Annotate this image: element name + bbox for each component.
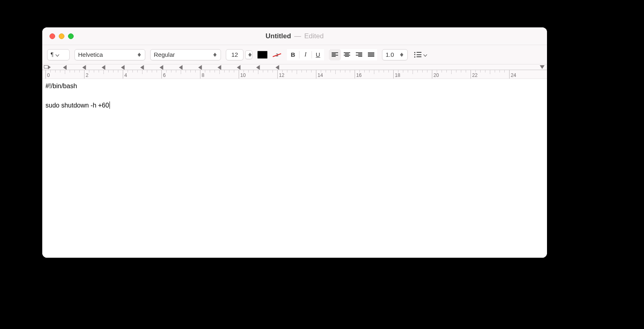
- stepper-icon: [399, 53, 404, 57]
- font-style-select[interactable]: Regular: [150, 49, 221, 60]
- font-family-value: Helvetica: [78, 51, 103, 58]
- list-style-menu[interactable]: [413, 49, 429, 60]
- ruler-minor-tick: [292, 70, 292, 72]
- align-center-button[interactable]: [341, 49, 353, 60]
- chevron-down-icon: [56, 51, 59, 58]
- font-size-stepper[interactable]: [245, 50, 252, 59]
- tab-stop-marker[interactable]: [237, 65, 241, 70]
- ruler-minor-tick: [466, 70, 466, 72]
- align-left-button[interactable]: [329, 49, 341, 60]
- document-line: sudo shutdown -h +60: [45, 101, 544, 110]
- document-title: Untitled: [266, 32, 291, 40]
- bold-button[interactable]: B: [287, 49, 299, 60]
- stepper-icon: [137, 53, 142, 57]
- tab-stop-marker[interactable]: [218, 65, 221, 70]
- textedit-window: Untitled — Edited ¶ Helvetica Regular: [42, 27, 547, 258]
- ruler-major-tick: [123, 70, 123, 79]
- ruler-minor-tick: [345, 70, 345, 72]
- ruler-major-tick: [355, 70, 355, 79]
- ruler-minor-tick: [403, 70, 403, 72]
- ruler-minor-tick: [152, 70, 152, 72]
- ruler-minor-tick: [94, 70, 94, 72]
- ruler-minor-tick: [350, 70, 350, 72]
- text-caret: [109, 101, 110, 109]
- document-editor[interactable]: #!/bin/bash sudo shutdown -h +60: [42, 79, 547, 258]
- underline-button[interactable]: U: [312, 49, 324, 60]
- ruler-minor-tick: [446, 70, 447, 72]
- font-family-select[interactable]: Helvetica: [74, 49, 145, 60]
- ruler-minor-tick: [461, 70, 461, 72]
- tab-stop-marker[interactable]: [276, 65, 279, 70]
- ruler-label: 4: [124, 72, 127, 78]
- alignment-segment: [329, 49, 377, 60]
- font-size-field[interactable]: 12: [226, 49, 244, 60]
- ruler-minor-tick: [166, 70, 167, 72]
- ruler-major-tick: [509, 70, 510, 79]
- font-size-value: 12: [231, 51, 238, 58]
- align-center-icon: [344, 52, 350, 57]
- ruler-label: 6: [163, 72, 166, 78]
- ruler-minor-tick: [297, 70, 297, 74]
- ruler-minor-tick: [258, 70, 258, 74]
- tab-stop-marker[interactable]: [198, 65, 202, 70]
- ruler-minor-tick: [475, 70, 476, 72]
- ruler-minor-tick: [451, 70, 452, 74]
- ruler-major-tick: [393, 70, 394, 79]
- traffic-lights: [50, 33, 74, 39]
- text-color-swatch[interactable]: [257, 51, 268, 59]
- font-style-value: Regular: [154, 51, 175, 58]
- tab-stop-marker[interactable]: [179, 65, 183, 70]
- ruler-minor-tick: [157, 70, 157, 72]
- align-right-button[interactable]: [353, 49, 365, 60]
- tab-stop-marker[interactable]: [160, 65, 163, 70]
- chevron-down-icon: [423, 51, 427, 58]
- ruler-minor-tick: [398, 70, 398, 72]
- ruler-minor-tick: [70, 70, 70, 72]
- ruler-major-tick: [471, 70, 471, 79]
- close-button[interactable]: [50, 33, 55, 39]
- tab-stop-marker[interactable]: [63, 65, 67, 70]
- first-line-indent-marker[interactable]: [44, 65, 48, 68]
- italic-button[interactable]: I: [299, 49, 312, 60]
- tab-stop-marker[interactable]: [121, 65, 125, 70]
- ruler-minor-tick: [485, 70, 485, 72]
- ruler-minor-tick: [55, 70, 56, 72]
- tab-stop-marker[interactable]: [102, 65, 105, 70]
- ruler-label: 0: [47, 72, 50, 78]
- ruler-label: 10: [240, 72, 246, 78]
- align-justify-button[interactable]: [365, 49, 377, 60]
- ruler-minor-tick: [490, 70, 490, 74]
- minimize-button[interactable]: [59, 33, 64, 39]
- tab-stop-marker[interactable]: [140, 65, 144, 70]
- ruler[interactable]: 024681012141618202224: [42, 64, 547, 79]
- ruler-minor-tick: [171, 70, 171, 72]
- titlebar[interactable]: Untitled — Edited: [42, 27, 547, 45]
- zoom-button[interactable]: [68, 33, 74, 39]
- ruler-major-tick: [316, 70, 316, 79]
- paragraph-style-menu[interactable]: ¶: [47, 49, 70, 60]
- align-left-icon: [332, 52, 338, 57]
- ruler-major-tick: [45, 70, 46, 79]
- ruler-label: 8: [202, 72, 204, 78]
- ruler-minor-tick: [340, 70, 341, 72]
- ruler-minor-tick: [103, 70, 104, 74]
- list-icon: [414, 52, 421, 58]
- text-style-segment: B I U: [287, 49, 324, 60]
- ruler-minor-tick: [272, 70, 273, 72]
- right-margin-marker[interactable]: [540, 65, 545, 69]
- ruler-minor-tick: [128, 70, 128, 72]
- highlight-color-button[interactable]: a: [272, 50, 282, 59]
- tab-stop-marker[interactable]: [256, 65, 260, 70]
- ruler-minor-tick: [480, 70, 481, 72]
- tab-stop-marker[interactable]: [83, 65, 86, 70]
- ruler-minor-tick: [253, 70, 254, 72]
- ruler-minor-tick: [335, 70, 336, 74]
- ruler-minor-tick: [118, 70, 118, 72]
- ruler-minor-tick: [504, 70, 505, 72]
- ruler-minor-tick: [142, 70, 142, 74]
- ruler-minor-tick: [321, 70, 321, 72]
- ruler-minor-tick: [330, 70, 331, 72]
- line-spacing-select[interactable]: 1.0: [382, 49, 408, 60]
- ruler-major-tick: [200, 70, 200, 79]
- ruler-minor-tick: [359, 70, 360, 72]
